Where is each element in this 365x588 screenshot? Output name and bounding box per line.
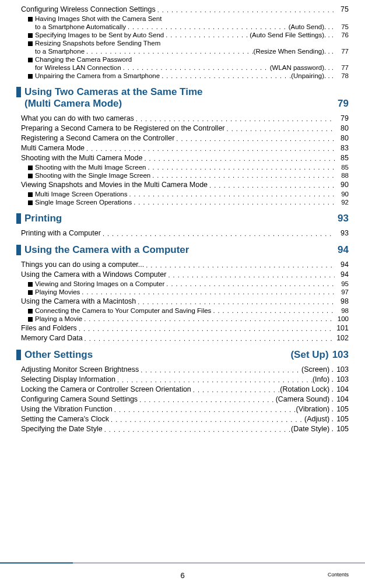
toc-entry[interactable]: Specifying the Date Style (Date Style) .… [16,425,349,433]
entry-title: Specifying Images to be Sent by Auto Sen… [35,31,164,38]
toc-subentry[interactable]: Connecting the Camera to Your Computer a… [16,307,349,314]
toc-subentry[interactable]: Unpairing the Camera from a Smartphone (… [16,72,349,79]
toc-entry[interactable]: Shooting with the Multi Camera Mode 85 [16,154,349,162]
section-title: Using Two Cameras at the Same Time [24,86,202,98]
toc-subentry[interactable]: Changing the Camera Password [16,56,349,63]
section-title: Printing [24,213,62,224]
section-header-computer[interactable]: Using the Camera with a Computer 94 [16,244,349,256]
toc-subentry[interactable]: Specifying Images to be Sent by Auto Sen… [16,31,349,38]
entry-page: 104 [335,395,349,403]
entry-title: Registering a Second Camera on the Contr… [21,134,174,142]
entry-title: Adjusting Monitor Screen Brightness [21,365,139,374]
toc-entry[interactable]: Printing with a Computer 93 [16,229,349,237]
bullet-icon [28,200,33,205]
entry-page: 102 [335,334,349,342]
toc-entry[interactable]: Using the Vibration Function (Vibration)… [16,405,349,413]
leader-dots [156,6,335,13]
section-bar-icon [16,245,21,255]
entry-title: Memory Card Data [21,334,83,342]
toc-entry[interactable]: Using the Camera with a Windows Computer… [16,270,349,279]
entry-page: 93 [335,229,349,237]
entry-page: 75 [335,23,349,30]
toc-entry[interactable]: Configuring Camera Sound Settings (Camer… [16,395,349,403]
entry-title: Using the Vibration Function [21,405,113,413]
entry-page: 97 [335,288,349,295]
entry-title: Viewing and Storing Images on a Computer [35,280,164,287]
toc-entry[interactable]: Registering a Second Camera on the Contr… [16,134,349,142]
entry-page: 76 [335,31,349,38]
toc-entry[interactable]: Memory Card Data 102 [16,334,349,342]
toc-entry[interactable]: What you can do with two cameras 79 [16,114,349,122]
leader-dots [121,64,270,71]
bullet-icon [28,17,33,22]
leader-dots [138,396,276,403]
leader-dots [103,426,291,433]
toc-entry[interactable]: Setting the Camera's Clock (Adjust) . 10… [16,415,349,423]
leader-dots [128,191,335,198]
leader-dots [109,416,304,423]
bullet-icon [28,282,33,287]
entry-page: 95 [335,280,349,287]
section-header-other[interactable]: Other Settings (Set Up) 103 [16,349,349,361]
toc-entry[interactable]: Using the Camera with a Macintosh 98 [16,297,349,305]
leader-dots [126,23,289,30]
toc-subentry[interactable]: Playing Movies 97 [16,288,349,295]
entry-page: 105 [335,405,349,413]
leader-dots [134,115,335,122]
toc-subentry[interactable]: Viewing and Storing Images on a Computer… [16,280,349,287]
entry-title: Shooting with the Multi Image Screen [35,164,146,171]
section-header-multicamera[interactable]: Using Two Cameras at the Same Time (Mult… [16,86,349,110]
entry-title: Printing with a Computer [21,229,101,237]
entry-page: 100 [335,315,349,322]
toc-entry[interactable]: Files and Folders 101 [16,324,349,332]
entry-title: Unpairing the Camera from a Smartphone [35,72,160,79]
section-suffix: (Set Up) [290,349,328,361]
entry-suffix: (Resize When Sending). . . [254,48,335,55]
toc-entry[interactable]: Multi Camera Mode 83 [16,144,349,152]
entry-suffix: (Auto Send). . . [289,23,335,30]
toc-entry[interactable]: Viewing Snapshots and Movies in the Mult… [16,181,349,189]
toc-subentry[interactable]: Multi Image Screen Operations 90 [16,191,349,198]
leader-dots [85,145,335,152]
section-bar-icon [16,213,21,224]
leader-dots [166,272,335,279]
section-header-printing[interactable]: Printing 93 [16,213,349,224]
leader-dots [225,125,335,132]
entry-page: 79 [335,114,349,122]
entry-title: Shooting with the Single Image Screen [35,172,150,179]
toc-subentry[interactable]: Playing a Movie 100 [16,315,349,322]
entry-title: Playing Movies [35,288,80,295]
entry-title: for Wireless LAN Connection [35,64,121,71]
toc-subentry-cont[interactable]: for Wireless LAN Connection (WLAN passwo… [16,64,349,71]
entry-page: 105 [335,415,349,423]
toc-subentry-cont[interactable]: to a Smartphone (Resize When Sending). .… [16,48,349,55]
toc-entry[interactable]: Configuring Wireless Connection Settings… [16,5,349,13]
bullet-icon [28,290,33,295]
entry-title: What you can do with two cameras [21,114,134,122]
toc-subentry[interactable]: Shooting with the Multi Image Screen 85 [16,164,349,171]
toc-entry[interactable]: Preparing a Second Camera to be Register… [16,124,349,132]
toc-entry[interactable]: Adjusting Monitor Screen Brightness (Scr… [16,365,349,374]
entry-title: Using the Camera with a Macintosh [21,297,136,305]
entry-title: Changing the Camera Password [35,56,132,63]
entry-title: Specifying the Date Style [21,425,103,433]
toc-entry[interactable]: Selecting Display Information (Info) . 1… [16,375,349,383]
entry-title: Selecting Display Information [21,375,115,383]
entry-page: 83 [335,144,349,152]
toc-entry[interactable]: Locking the Camera or Controller Screen … [16,385,349,393]
entry-title: Resizing Snapshots before Sending Them [35,40,160,47]
entry-suffix: (Rotation Lock) . [280,385,335,393]
toc-entry[interactable]: Things you can do using a computer... 94 [16,260,349,269]
section-subtitle: (Multi Camera Mode) [24,98,122,110]
entry-title: Multi Camera Mode [21,144,85,152]
toc-subentry[interactable]: Single Image Screen Operations 92 [16,199,349,206]
toc-subentry-cont[interactable]: to a Smartphone Automatically (Auto Send… [16,23,349,30]
toc-subentry[interactable]: Shooting with the Single Image Screen 88 [16,172,349,179]
bullet-icon [28,192,33,197]
toc-subentry[interactable]: Resizing Snapshots before Sending Them [16,40,349,47]
entry-title: to a Smartphone [35,48,85,55]
entry-page: 92 [335,199,349,206]
entry-title: Things you can do using a computer... [21,260,144,269]
leader-dots [80,288,335,295]
toc-subentry[interactable]: Having Images Shot with the Camera Sent [16,15,349,22]
